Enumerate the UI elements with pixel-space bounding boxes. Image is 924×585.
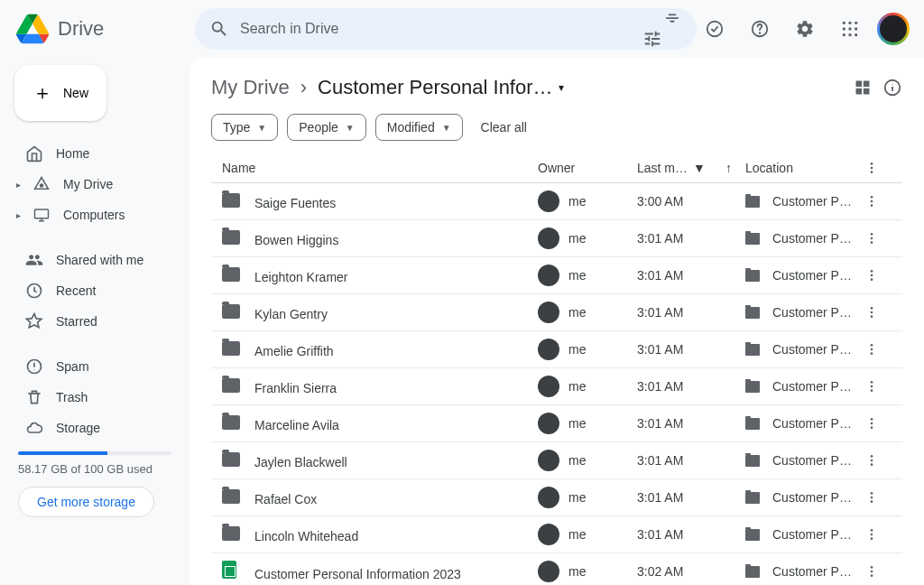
- svg-point-10: [848, 33, 851, 36]
- nav-label: My Drive: [63, 177, 113, 191]
- new-button[interactable]: ＋ New: [14, 65, 106, 121]
- apps-icon[interactable]: [832, 11, 868, 47]
- row-menu-icon[interactable]: [864, 231, 892, 246]
- folder-icon: [222, 230, 240, 245]
- table-row[interactable]: Kylan Gentryme3:01 AMCustomer P…: [211, 294, 902, 331]
- svg-point-51: [871, 529, 873, 532]
- col-header-menu[interactable]: [864, 161, 892, 175]
- breadcrumb-root[interactable]: My Drive: [211, 76, 290, 99]
- svg-point-52: [871, 534, 873, 536]
- row-menu-icon[interactable]: [864, 490, 892, 505]
- file-name: Leighton Kramer: [254, 270, 348, 284]
- nav-home[interactable]: Home: [14, 139, 175, 168]
- nav-trash[interactable]: Trash: [14, 383, 175, 412]
- owner-text: me: [568, 305, 586, 320]
- nav-recent[interactable]: Recent: [14, 276, 175, 305]
- svg-point-38: [871, 352, 873, 355]
- nav-label: Computers: [63, 208, 125, 222]
- row-menu-icon[interactable]: [864, 305, 892, 320]
- nav-spam[interactable]: Spam: [14, 352, 175, 381]
- filter-type[interactable]: Type▼: [211, 114, 278, 141]
- drive-logo[interactable]: [14, 11, 51, 47]
- modified-text: 3:01 AM: [637, 490, 745, 505]
- file-name: Bowen Higgins: [254, 233, 338, 247]
- get-storage-button[interactable]: Get more storage: [18, 487, 154, 517]
- storage-text: 58.17 GB of 100 GB used: [18, 462, 171, 476]
- search-input[interactable]: [240, 21, 662, 37]
- file-name: Saige Fuentes: [254, 196, 336, 210]
- nav-starred[interactable]: Starred: [14, 307, 175, 336]
- info-icon[interactable]: [882, 78, 902, 98]
- svg-point-5: [855, 22, 857, 24]
- table-row[interactable]: Franklin Sierrame3:01 AMCustomer P…: [211, 368, 902, 405]
- file-name: Kylan Gentry: [254, 307, 328, 321]
- nav-label: Home: [56, 146, 89, 161]
- table-row[interactable]: Leighton Kramerme3:01 AMCustomer P…: [211, 257, 902, 294]
- table-row[interactable]: Customer Personal Information 2023me3:02…: [211, 553, 902, 585]
- nav-storage[interactable]: Storage: [14, 413, 175, 442]
- row-menu-icon[interactable]: [864, 342, 892, 357]
- location-text: Customer P…: [772, 453, 852, 468]
- row-menu-icon[interactable]: [864, 268, 892, 283]
- svg-point-7: [848, 27, 851, 30]
- svg-point-50: [871, 500, 873, 503]
- svg-point-0: [707, 22, 723, 37]
- settings-icon[interactable]: [787, 11, 823, 47]
- row-menu-icon[interactable]: [864, 379, 892, 394]
- col-header-modified[interactable]: Last m… ▼ ↑: [637, 161, 745, 175]
- svg-point-56: [871, 574, 873, 577]
- owner-avatar: [538, 339, 559, 360]
- svg-point-21: [871, 162, 873, 165]
- nav-computers[interactable]: ▸ Computers: [14, 200, 175, 229]
- table-row[interactable]: Lincoln Whiteheadme3:01 AMCustomer P…: [211, 516, 902, 553]
- search-box[interactable]: [195, 8, 697, 50]
- nav-label: Trash: [56, 390, 88, 404]
- location-text: Customer P…: [772, 379, 852, 394]
- help-icon[interactable]: [742, 11, 778, 47]
- owner-text: me: [568, 490, 586, 505]
- svg-point-11: [855, 33, 857, 36]
- row-menu-icon[interactable]: [864, 564, 892, 579]
- sort-down-icon: ▼: [693, 161, 706, 175]
- row-menu-icon[interactable]: [864, 453, 892, 468]
- col-header-location[interactable]: Location: [745, 161, 864, 175]
- filter-people[interactable]: People▼: [287, 114, 366, 141]
- nav-my-drive[interactable]: ▸ My Drive: [14, 170, 175, 199]
- col-header-name[interactable]: Name: [222, 161, 538, 175]
- owner-text: me: [568, 194, 586, 209]
- row-menu-icon[interactable]: [864, 527, 892, 542]
- col-header-owner[interactable]: Owner: [538, 161, 637, 175]
- location-text: Customer P…: [772, 527, 852, 542]
- table-row[interactable]: Amelie Griffithme3:01 AMCustomer P…: [211, 331, 902, 368]
- caret-down-icon: ▼: [442, 123, 451, 133]
- location-folder-icon: [745, 307, 760, 319]
- nav-shared[interactable]: Shared with me: [14, 246, 175, 274]
- modified-text: 3:01 AM: [637, 342, 745, 357]
- expand-icon: ▸: [16, 210, 23, 220]
- owner-text: me: [568, 379, 586, 394]
- row-menu-icon[interactable]: [864, 194, 892, 209]
- svg-point-42: [871, 418, 873, 421]
- table-row[interactable]: Bowen Higginsme3:01 AMCustomer P…: [211, 220, 902, 257]
- filter-modified[interactable]: Modified▼: [375, 114, 463, 141]
- table-row[interactable]: Saige Fuentesme3:00 AMCustomer P…: [211, 183, 902, 220]
- modified-text: 3:02 AM: [637, 564, 745, 579]
- cloud-icon: [25, 419, 43, 437]
- account-avatar[interactable]: [877, 13, 910, 45]
- clear-filters[interactable]: Clear all: [481, 120, 527, 135]
- modified-text: 3:01 AM: [637, 416, 745, 431]
- search-options-icon[interactable]: [662, 9, 682, 49]
- table-row[interactable]: Rafael Coxme3:01 AMCustomer P…: [211, 479, 902, 516]
- svg-rect-13: [35, 209, 49, 218]
- table-row[interactable]: Jaylen Blackwellme3:01 AMCustomer P…: [211, 442, 902, 479]
- grid-view-icon[interactable]: [854, 79, 872, 97]
- table-row[interactable]: Marceline Avilame3:01 AMCustomer P…: [211, 405, 902, 442]
- owner-avatar: [538, 561, 559, 582]
- svg-point-8: [855, 27, 857, 30]
- ready-offline-icon[interactable]: [697, 11, 733, 47]
- owner-text: me: [568, 527, 586, 542]
- svg-point-48: [871, 492, 873, 495]
- breadcrumb-current[interactable]: Customer Personal Infor… ▾: [318, 76, 563, 99]
- row-menu-icon[interactable]: [864, 416, 892, 431]
- location-text: Customer P…: [772, 268, 852, 283]
